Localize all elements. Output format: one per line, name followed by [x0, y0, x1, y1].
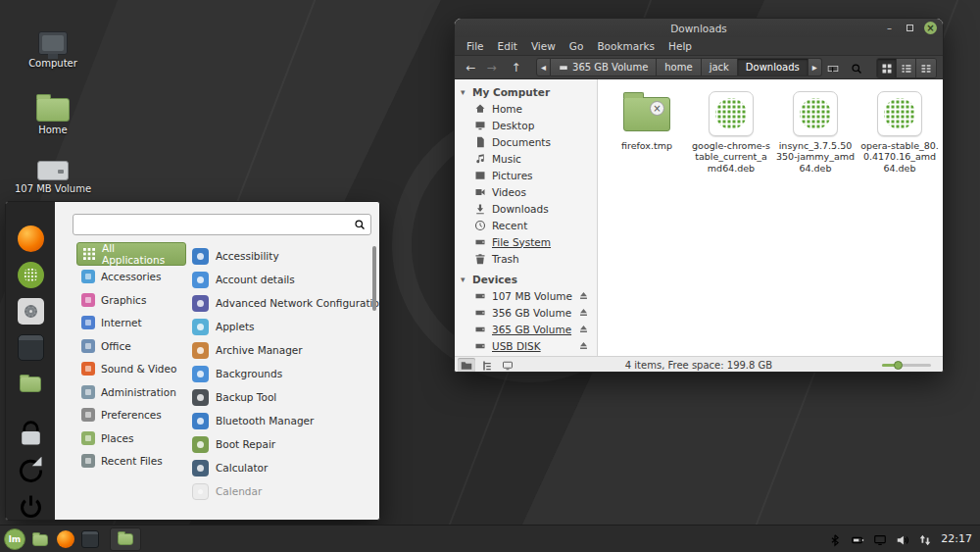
- display-icon[interactable]: [873, 532, 887, 546]
- app-boot-repair[interactable]: Boot Repair: [188, 432, 380, 456]
- category-recent-files[interactable]: Recent Files: [76, 450, 186, 474]
- software-manager-icon[interactable]: [18, 262, 44, 288]
- desktop-icon-home[interactable]: Home: [6, 86, 100, 135]
- bottom-panel: lm 22:17: [0, 525, 980, 552]
- sidebar-item-usb-disk[interactable]: USB DISK: [455, 337, 597, 354]
- file-firefox-tmp[interactable]: × firefox.tmp: [606, 87, 688, 151]
- app-advanced-network-configuration[interactable]: Advanced Network Configuration: [188, 291, 380, 315]
- category-sound-video[interactable]: Sound & Video: [76, 358, 186, 381]
- menu-edit[interactable]: Edit: [491, 40, 524, 52]
- menu-bookmarks[interactable]: Bookmarks: [590, 40, 662, 52]
- category-places[interactable]: Places: [76, 427, 186, 450]
- breadcrumb-downloads[interactable]: Downloads: [738, 58, 808, 76]
- desktop-icon-computer[interactable]: Computer: [6, 20, 100, 69]
- forward-button[interactable]: →: [481, 58, 502, 76]
- files-icon[interactable]: [18, 371, 44, 397]
- category-preferences[interactable]: Preferences: [76, 404, 186, 427]
- firefox-icon[interactable]: [18, 226, 44, 252]
- breadcrumb-jack[interactable]: jack: [702, 58, 738, 76]
- maximize-button[interactable]: [904, 22, 916, 34]
- bluetooth-icon[interactable]: [828, 532, 842, 546]
- eject-button[interactable]: [578, 340, 589, 351]
- compact-view-button[interactable]: [916, 59, 936, 77]
- menu-search-input[interactable]: [74, 219, 354, 231]
- clock[interactable]: 22:17: [941, 532, 972, 545]
- taskbar-window-downloads[interactable]: [110, 527, 141, 551]
- app-accessibility[interactable]: Accessibility: [188, 244, 380, 268]
- file-opera-deb[interactable]: opera-stable_80.0.4170.16_amd64.deb: [858, 87, 941, 174]
- eject-button[interactable]: [578, 324, 589, 334]
- app-calculator[interactable]: Calculator: [188, 456, 380, 479]
- window-titlebar[interactable]: Downloads – ×: [455, 19, 943, 37]
- breadcrumb-scroll-right-button[interactable]: ▸: [808, 58, 822, 76]
- eject-button[interactable]: [578, 290, 589, 301]
- files-launcher[interactable]: [32, 530, 50, 548]
- up-button[interactable]: ↑: [506, 58, 526, 76]
- terminal-icon[interactable]: [18, 334, 44, 361]
- menu-scrollbar-thumb[interactable]: [372, 246, 376, 311]
- category-office[interactable]: Office: [76, 334, 186, 358]
- terminal-launcher[interactable]: [81, 530, 99, 548]
- breadcrumb-scroll-left-button[interactable]: ◂: [536, 58, 551, 76]
- category-administration[interactable]: Administration: [76, 380, 186, 404]
- category-accessories[interactable]: Accessories: [76, 266, 186, 289]
- icon-view-button[interactable]: [877, 59, 897, 77]
- sidebar-item-recent[interactable]: Recent: [455, 217, 597, 233]
- category-all-applications[interactable]: All Applications: [76, 242, 186, 266]
- breadcrumb-volume[interactable]: 365 GB Volume: [551, 58, 657, 76]
- calendar-icon: [192, 483, 209, 500]
- sidebar-item-home[interactable]: Home: [455, 100, 597, 117]
- sidebar-section-my-computer[interactable]: ▾ My Computer: [455, 83, 597, 100]
- app-backup-tool[interactable]: Backup Tool: [188, 385, 380, 409]
- drive-icon: [474, 324, 486, 335]
- toggle-location-entry-button[interactable]: [823, 59, 843, 77]
- network-icon[interactable]: [918, 532, 932, 546]
- menu-go[interactable]: Go: [563, 40, 591, 52]
- sidebar-item-trash[interactable]: Trash: [455, 250, 597, 267]
- list-view-button[interactable]: [897, 59, 916, 77]
- logout-icon[interactable]: [18, 457, 44, 483]
- file-insync-deb[interactable]: insync_3.7.5.50350-jammy_amd64.deb: [774, 87, 857, 174]
- app-bluetooth-manager[interactable]: Bluetooth Manager: [188, 409, 380, 432]
- volume-icon[interactable]: [896, 532, 909, 546]
- sidebar-item-pictures[interactable]: Pictures: [455, 167, 597, 183]
- category-graphics[interactable]: Graphics: [76, 288, 186, 312]
- lock-screen-icon[interactable]: [18, 421, 44, 447]
- file-google-chrome-deb[interactable]: google-chrome-stable_current_amd64.deb: [690, 87, 772, 174]
- zoom-slider-knob[interactable]: [894, 361, 903, 370]
- breadcrumb-home[interactable]: home: [657, 58, 701, 76]
- desktop-icon-volume[interactable]: 107 MB Volume: [6, 145, 100, 194]
- sidebar-item-107mb-volume[interactable]: 107 MB Volume: [455, 287, 597, 304]
- sidebar-item-356gb-volume[interactable]: 356 GB Volume: [455, 304, 597, 321]
- firefox-launcher[interactable]: [57, 530, 74, 548]
- eject-icon: [578, 290, 589, 301]
- battery-icon[interactable]: [851, 532, 864, 546]
- app-archive-manager[interactable]: Archive Manager: [188, 338, 380, 362]
- sidebar-item-music[interactable]: Music: [455, 150, 597, 167]
- back-button[interactable]: ←: [461, 58, 481, 76]
- close-button[interactable]: ×: [924, 22, 937, 34]
- desktop-icon-label: 107 MB Volume: [6, 183, 100, 194]
- zoom-slider[interactable]: [882, 364, 931, 367]
- sidebar-item-desktop[interactable]: Desktop: [455, 117, 597, 133]
- category-internet[interactable]: Internet: [76, 312, 186, 335]
- app-backgrounds[interactable]: Backgrounds: [188, 362, 380, 385]
- app-calendar[interactable]: Calendar: [188, 479, 380, 503]
- menu-help[interactable]: Help: [662, 40, 699, 52]
- sidebar-item-file-system[interactable]: File System: [455, 233, 597, 250]
- minimize-button[interactable]: –: [883, 22, 896, 34]
- sidebar-section-devices[interactable]: ▾ Devices: [455, 271, 597, 287]
- app-account-details[interactable]: Account details: [188, 268, 380, 291]
- mint-menu-button[interactable]: lm: [4, 528, 25, 550]
- eject-button[interactable]: [578, 307, 589, 318]
- sidebar-item-documents[interactable]: Documents: [455, 133, 597, 150]
- menu-view[interactable]: View: [524, 40, 563, 52]
- sidebar-item-365gb-volume[interactable]: 365 GB Volume: [455, 321, 597, 337]
- system-settings-icon[interactable]: [18, 298, 44, 325]
- sidebar-item-downloads[interactable]: Downloads: [455, 200, 597, 217]
- sidebar-item-videos[interactable]: Videos: [455, 183, 597, 200]
- app-applets[interactable]: Applets: [188, 315, 380, 338]
- search-button[interactable]: [847, 59, 866, 77]
- menu-file[interactable]: File: [460, 40, 491, 52]
- shutdown-icon[interactable]: [18, 493, 44, 520]
